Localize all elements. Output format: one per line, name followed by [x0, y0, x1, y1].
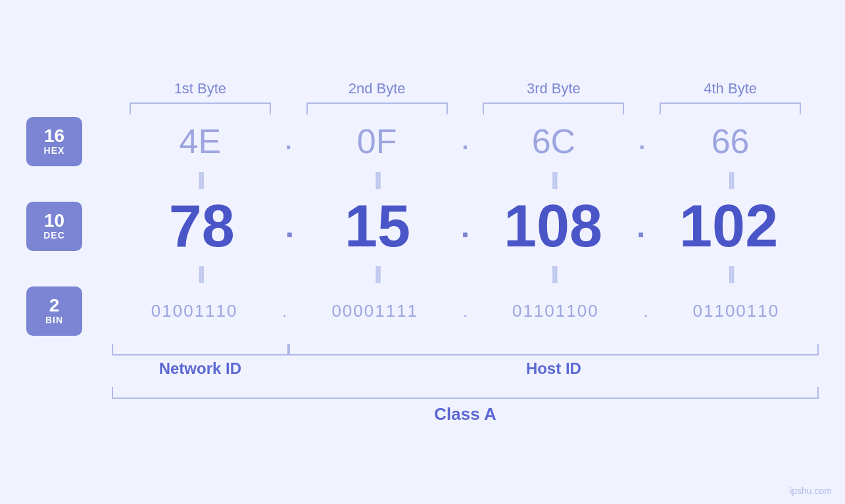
bin-val-col-3: 01101100 [473, 301, 638, 321]
dec-badge-area: 10 DEC [26, 202, 112, 251]
network-id-bracket [112, 344, 289, 355]
dec-value-2: 15 [345, 193, 410, 260]
class-bracket-area: Class A [112, 387, 819, 424]
bin-dot-2: . [463, 301, 468, 321]
hex-value-2: 0F [357, 122, 397, 161]
bin-value-1: 01001110 [151, 301, 238, 321]
bracket-top-2 [306, 103, 448, 114]
bin-val-col-2: 00001111 [293, 301, 458, 321]
host-id-section: Host ID [289, 344, 819, 378]
host-id-bracket [289, 344, 819, 355]
dec-values-area: 78 . 15 . 108 . 102 [112, 193, 819, 260]
eq-col-2a: || [289, 169, 466, 190]
hex-value-4: 66 [712, 122, 750, 161]
bin-val-col-1: 01001110 [112, 301, 277, 321]
network-id-section: Network ID [112, 344, 289, 378]
hex-val-col-4: 66 [642, 122, 819, 161]
eq-sign-2a: || [374, 169, 379, 190]
bracket-top-1 [130, 103, 271, 114]
id-spacer [26, 344, 112, 378]
dec-val-col-1: 78 [112, 193, 292, 260]
bracket-top-4 [660, 103, 801, 114]
hex-val-col-2: 0F [289, 122, 466, 161]
byte-col-3: 3rd Byte [466, 80, 642, 114]
dec-val-col-4: 102 [639, 193, 819, 260]
eq-col-1b: || [112, 263, 289, 284]
byte-col-4: 4th Byte [642, 80, 819, 114]
byte-labels-row: 1st Byte 2nd Byte 3rd Byte 4th Byte [26, 80, 819, 114]
main-container: 1st Byte 2nd Byte 3rd Byte 4th Byte 16 H… [0, 0, 845, 504]
hex-value-3: 6C [532, 122, 575, 161]
network-id-label: Network ID [159, 359, 241, 378]
byte-col-2: 2nd Byte [289, 80, 466, 114]
byte-label-4: 4th Byte [704, 80, 757, 97]
bin-val-col-4: 01100110 [654, 301, 819, 321]
eq-col-3a: || [466, 169, 642, 190]
dec-badge-label: DEC [43, 230, 65, 241]
dec-row: 10 DEC 78 . 15 . 108 . 102 [26, 193, 819, 260]
dec-badge: 10 DEC [26, 202, 82, 251]
eq-col-4b: || [642, 263, 819, 284]
equals-area-1: || || || || [112, 169, 819, 190]
byte-label-2: 2nd Byte [349, 80, 406, 97]
dec-badge-num: 10 [44, 212, 64, 230]
equals-area-2: || || || || [112, 263, 819, 284]
id-row: Network ID Host ID [26, 344, 819, 378]
eq-sign-1a: || [198, 169, 203, 190]
hex-row: 16 HEX 4E . 0F . 6C . 66 [26, 117, 819, 166]
class-bracket [112, 387, 819, 399]
hex-values-area: 4E . 0F . 6C . 66 [112, 122, 819, 161]
byte-label-1: 1st Byte [174, 80, 226, 97]
hex-val-col-1: 4E [112, 122, 289, 161]
byte-cols: 1st Byte 2nd Byte 3rd Byte 4th Byte [112, 80, 819, 114]
eq-sign-2b: || [374, 263, 379, 284]
eq-col-3b: || [466, 263, 642, 284]
badge-spacer [26, 80, 112, 114]
dec-value-3: 108 [504, 193, 602, 260]
equals-row-1: || || || || [26, 169, 819, 190]
bin-badge-num: 2 [49, 296, 60, 315]
hex-val-col-3: 6C [466, 122, 642, 161]
host-id-label: Host ID [526, 359, 581, 378]
eq-sign-3a: || [551, 169, 556, 190]
bracket-top-3 [483, 103, 624, 114]
eq-sign-4a: || [728, 169, 733, 190]
hex-badge-num: 16 [44, 127, 64, 145]
hex-badge-label: HEX [44, 145, 65, 156]
dec-val-col-3: 108 [463, 193, 643, 260]
watermark: ipshu.com [790, 486, 832, 496]
bin-row: 2 BIN 01001110 . 00001111 . 01101100 . 0… [26, 286, 819, 336]
bin-dot-3: . [643, 301, 648, 321]
dec-value-1: 78 [169, 193, 235, 260]
bin-badge-area: 2 BIN [26, 286, 112, 336]
eq-sign-3b: || [551, 263, 556, 284]
eq-col-4a: || [642, 169, 819, 190]
bin-badge-label: BIN [45, 315, 63, 325]
bin-value-2: 00001111 [331, 301, 418, 321]
eq-sign-1b: || [198, 263, 203, 284]
byte-col-1: 1st Byte [112, 80, 289, 114]
equals-row-2: || || || || [26, 263, 819, 284]
eq-sign-4b: || [728, 263, 733, 284]
bin-value-3: 01101100 [512, 301, 599, 321]
bin-value-4: 01100110 [693, 301, 780, 321]
byte-label-3: 3rd Byte [527, 80, 581, 97]
dec-value-4: 102 [679, 193, 778, 260]
eq-col-2b: || [289, 263, 466, 284]
hex-badge-area: 16 HEX [26, 117, 112, 166]
bin-badge: 2 BIN [26, 286, 82, 336]
class-row: Class A [26, 387, 819, 424]
class-label: Class A [434, 404, 496, 424]
eq-col-1a: || [112, 169, 289, 190]
bin-dot-1: . [282, 301, 287, 321]
dec-val-col-2: 15 [287, 193, 468, 260]
hex-value-1: 4E [180, 122, 222, 161]
hex-badge: 16 HEX [26, 117, 82, 166]
bin-values-area: 01001110 . 00001111 . 01101100 . 0110011… [112, 301, 819, 321]
